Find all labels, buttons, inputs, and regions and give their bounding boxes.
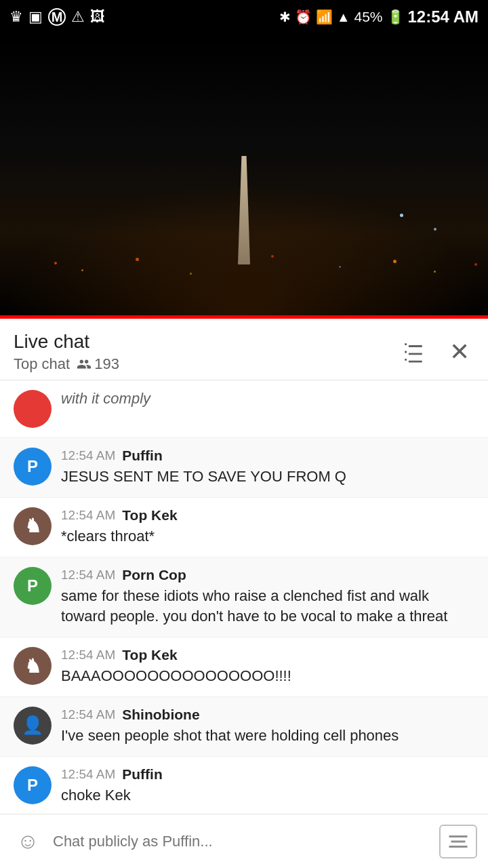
msg-meta: 12:54 AM Shinobione [61,707,474,723]
avatar-letter: P [27,576,38,595]
msg-time: 12:54 AM [61,568,115,583]
msg-content: 12:54 AM Shinobione I've seen people sho… [61,707,474,747]
warning-icon: ⚠ [71,8,85,26]
avatar-letter: P [27,776,38,795]
list-item: P 12:54 AM Porn Cop same for these idiot… [0,557,488,638]
send-button[interactable] [439,825,477,859]
avatar-emoji: ♞ [24,655,41,677]
status-icons-right: ✱ ⏰ 📶 ▲ 45% 🔋 12:54 AM [279,7,479,26]
monument [238,156,250,264]
msg-author: Puffin [122,448,162,464]
chat-messages-list: with it comply P 12:54 AM Puffin JESUS S… [0,380,488,868]
list-item: 👤 12:54 AM Shinobione I've seen people s… [0,697,488,757]
alarm-icon: ⏰ [295,9,312,25]
msg-text: I've seen people shot that were holding … [61,726,474,747]
chat-message-truncated: with it comply [0,380,488,438]
avatar [14,390,52,428]
msg-meta: 12:54 AM Top Kek [61,647,474,663]
msg-author: Porn Cop [122,567,186,583]
signal-icon: ▲ [337,9,350,25]
wifi-icon: 📶 [316,9,333,25]
list-item: P 12:54 AM Puffin choke Kek [0,757,488,816]
msg-content: 12:54 AM Puffin JESUS SENT ME TO SAVE YO… [61,448,474,488]
viewer-count-text: 193 [94,355,119,373]
chat-header-right: ✕ [399,337,474,367]
msg-meta: 12:54 AM Puffin [61,766,474,783]
chat-header-left: Live chat Top chat 193 [14,331,119,373]
emoji-button[interactable]: ☺ [11,825,45,859]
msg-meta: 12:54 AM Puffin [61,448,474,464]
avatar-letter: P [27,457,38,476]
msg-content: 12:54 AM Top Kek *clears throat* [61,507,474,547]
msg-time: 12:54 AM [61,767,115,782]
crown-icon: ♛ [9,8,23,26]
avatar: 👤 [14,707,52,745]
filter-button[interactable] [399,337,428,367]
top-chat-label[interactable]: Top chat [14,355,70,373]
avatar: P [14,766,52,804]
msg-time: 12:54 AM [61,448,115,463]
msg-meta: 12:54 AM Top Kek [61,507,474,524]
filter-icon [402,340,425,363]
viewers-icon [77,357,92,372]
msg-author: Shinobione [122,707,199,723]
avatar: P [14,448,52,486]
msg-author: Top Kek [122,507,177,524]
image-icon: 🖼 [90,8,105,26]
msg-text: JESUS SENT ME TO SAVE YOU FROM Q [61,467,474,488]
msg-content: 12:54 AM Porn Cop same for these idiots … [61,567,474,628]
msg-author: Top Kek [122,647,177,663]
avatar: P [14,567,52,605]
chat-header: Live chat Top chat 193 ✕ [0,319,488,380]
msg-time: 12:54 AM [61,648,115,663]
send-icon [446,829,470,854]
folder-icon: ▣ [28,8,43,26]
list-item: P 12:54 AM Puffin JESUS SENT ME TO SAVE … [0,438,488,498]
msg-content: 12:54 AM Puffin choke Kek [61,766,474,806]
live-chat-panel: Live chat Top chat 193 ✕ with it [0,319,488,868]
chat-input-area: ☺ [0,814,488,868]
truncated-text: with it comply [61,390,150,407]
status-time: 12:54 AM [408,7,479,26]
msg-meta: 12:54 AM Porn Cop [61,567,474,583]
msg-author: Puffin [122,766,162,783]
list-item: ♞ 12:54 AM Top Kek *clears throat* [0,498,488,557]
list-item: ♞ 12:54 AM Top Kek BAAAOOOOOOOOOOOOOOO!!… [0,637,488,697]
avatar: ♞ [14,507,52,545]
close-button[interactable]: ✕ [445,337,474,367]
battery-text: 45% [354,9,382,25]
chat-sub-row: Top chat 193 [14,355,119,373]
status-bar: ♛ ▣ M ⚠ 🖼 ✱ ⏰ 📶 ▲ 45% 🔋 12:54 AM [0,0,488,34]
avatar-emoji: 👤 [22,715,43,736]
msg-text: same for these idiots who raise a clench… [61,586,474,628]
bluetooth-icon: ✱ [279,9,291,25]
status-icons-left: ♛ ▣ M ⚠ 🖼 [9,8,105,26]
msg-content: with it comply [61,390,474,408]
chat-input[interactable] [53,833,431,850]
battery-icon: 🔋 [387,9,404,25]
live-chat-title: Live chat [14,331,119,353]
msg-text: BAAAOOOOOOOOOOOOOOO!!!! [61,666,474,687]
m-icon: M [48,8,66,26]
avatar: ♞ [14,647,52,685]
msg-time: 12:54 AM [61,707,115,722]
viewer-count: 193 [77,355,119,373]
video-player[interactable] [0,34,488,319]
msg-text: *clears throat* [61,526,474,547]
msg-text: choke Kek [61,785,474,806]
video-progress-bar[interactable] [0,315,488,319]
msg-time: 12:54 AM [61,508,115,523]
avatar-emoji: ♞ [24,515,41,537]
msg-content: 12:54 AM Top Kek BAAAOOOOOOOOOOOOOOO!!!! [61,647,474,687]
emoji-icon: ☺ [17,829,39,854]
